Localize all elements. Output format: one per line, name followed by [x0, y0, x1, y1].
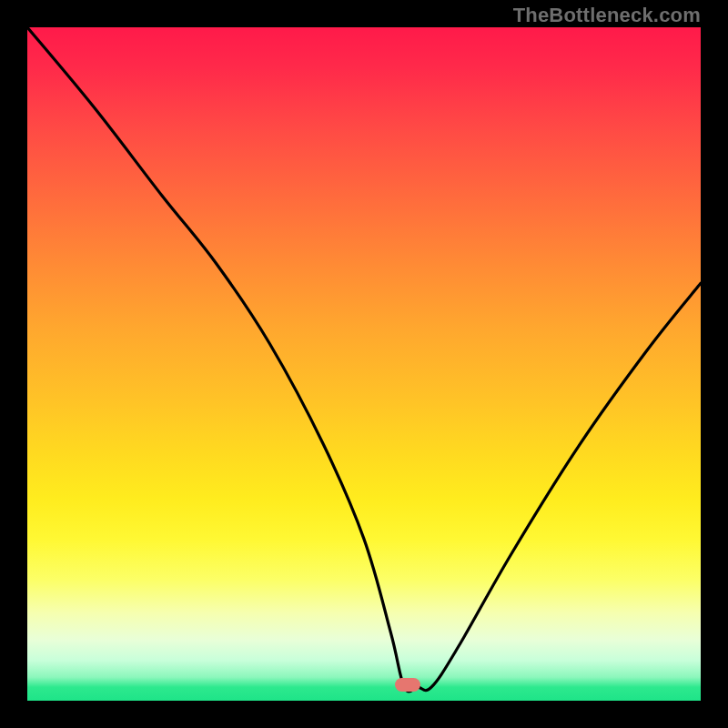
plot-area: [27, 27, 701, 701]
chart-frame: TheBottleneck.com: [0, 0, 728, 728]
watermark-text: TheBottleneck.com: [513, 4, 701, 27]
bottleneck-curve: [27, 27, 701, 701]
curve-path: [27, 27, 701, 692]
minimum-marker: [395, 678, 420, 692]
